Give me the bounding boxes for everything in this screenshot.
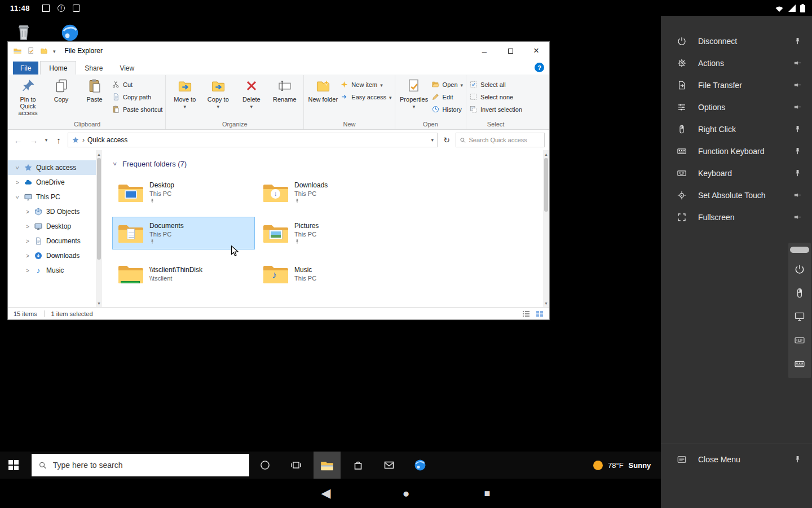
- rename-button[interactable]: Rename: [268, 75, 301, 113]
- tab-home[interactable]: Home: [40, 61, 76, 75]
- folder-tile-pictures[interactable]: Pictures This PC: [257, 217, 400, 249]
- folder-tile-downloads[interactable]: ↓ Downloads This PC: [257, 176, 400, 209]
- menu-item-close-menu[interactable]: Close Menu: [661, 448, 812, 470]
- cortana-button[interactable]: [251, 452, 279, 479]
- invert-selection-button[interactable]: Invert selection: [469, 104, 522, 114]
- details-view-button[interactable]: [521, 309, 531, 318]
- right-click-shortcut-button[interactable]: [788, 281, 811, 305]
- menu-item-keyboard[interactable]: Keyboard: [661, 162, 812, 184]
- maximize-button[interactable]: [497, 42, 523, 60]
- menu-item-file-transfer[interactable]: File Transfer: [661, 74, 812, 96]
- open-button[interactable]: Open: [431, 80, 463, 89]
- taskbar-search-input[interactable]: [53, 461, 242, 470]
- history-button[interactable]: History: [431, 104, 463, 114]
- nav-item-music[interactable]: ♪ Music: [8, 263, 96, 278]
- pin-to-quick-access-button[interactable]: Pin to Quick access: [12, 75, 44, 116]
- menu-item-fullscreen[interactable]: Fullscreen: [661, 206, 812, 228]
- title-bar[interactable]: File Explorer: [8, 42, 549, 60]
- scroll-down-icon[interactable]: [543, 299, 549, 307]
- keyboard-shortcut-button[interactable]: [788, 329, 811, 352]
- nav-item-downloads[interactable]: Downloads: [8, 248, 96, 263]
- scrollbar-thumb[interactable]: [544, 158, 548, 212]
- toolbar-scroll-handle[interactable]: [790, 247, 809, 253]
- menu-item-actions[interactable]: Actions: [661, 52, 812, 74]
- easy-access-button[interactable]: Easy access: [340, 92, 391, 102]
- search-input[interactable]: [469, 137, 541, 143]
- task-view-button[interactable]: [283, 452, 310, 479]
- chevron-down-icon[interactable]: [15, 194, 20, 200]
- customize-qat-chevron-icon[interactable]: [53, 47, 56, 55]
- menu-item-disconnect[interactable]: Disconnect: [661, 30, 812, 52]
- monitor-shortcut-button[interactable]: [788, 305, 811, 329]
- minimize-button[interactable]: [471, 42, 497, 60]
- chevron-right-icon[interactable]: [15, 179, 20, 186]
- copy-to-button[interactable]: Copy to: [202, 75, 234, 113]
- android-home-button[interactable]: ●: [403, 487, 410, 500]
- microsoft-store-button[interactable]: [345, 452, 372, 479]
- nav-item-this-pc[interactable]: This PC: [8, 190, 96, 204]
- paste-button[interactable]: Paste: [78, 75, 111, 113]
- desktop-icon-remote-app[interactable]: [59, 23, 81, 43]
- scrollbar-thumb[interactable]: [97, 158, 101, 260]
- android-recents-button[interactable]: ■: [484, 488, 491, 500]
- forward-button[interactable]: →: [27, 133, 41, 147]
- back-button[interactable]: ←: [11, 133, 25, 147]
- start-button[interactable]: [0, 452, 27, 479]
- tab-share[interactable]: Share: [76, 62, 111, 75]
- pin-icon[interactable]: [793, 37, 802, 45]
- address-box[interactable]: Quick access: [68, 133, 438, 147]
- help-button[interactable]: ?: [535, 63, 544, 72]
- new-folder-qat-icon[interactable]: [40, 47, 48, 55]
- folder-tile-desktop[interactable]: Desktop This PC: [112, 176, 255, 209]
- cut-button[interactable]: Cut: [112, 80, 162, 89]
- remote-client-taskbar-button[interactable]: [407, 452, 434, 479]
- select-none-button[interactable]: Select none: [469, 92, 522, 102]
- select-all-button[interactable]: Select all: [469, 80, 522, 89]
- new-item-button[interactable]: New item: [340, 80, 391, 89]
- pin-icon[interactable]: [793, 169, 802, 177]
- unpin-icon[interactable]: [793, 81, 802, 89]
- menu-item-function-keyboard[interactable]: Function Keyboard: [661, 140, 812, 162]
- pin-icon[interactable]: [793, 147, 802, 155]
- chevron-right-icon[interactable]: [25, 209, 30, 215]
- weather-widget[interactable]: 78°F Sunny: [593, 452, 651, 479]
- nav-item-3d-objects[interactable]: 3D Objects: [8, 204, 96, 219]
- scroll-up-icon[interactable]: [96, 150, 102, 158]
- scroll-up-icon[interactable]: [543, 150, 549, 158]
- unpin-icon[interactable]: [793, 213, 802, 221]
- nav-item-documents[interactable]: Documents: [8, 234, 96, 248]
- android-back-button[interactable]: ◀: [321, 486, 331, 501]
- chevron-right-icon[interactable]: [25, 238, 30, 244]
- folder-tile-tsclient-thindisk[interactable]: \\tsclient\ThinDisk \\tsclient: [112, 257, 255, 290]
- file-explorer-taskbar-button[interactable]: [314, 452, 341, 479]
- unpin-icon[interactable]: [793, 103, 802, 111]
- unpin-icon[interactable]: [793, 59, 802, 67]
- properties-button[interactable]: Properties: [398, 75, 430, 113]
- large-icons-view-button[interactable]: [535, 309, 545, 318]
- address-dropdown-chevron-icon[interactable]: [431, 137, 434, 143]
- close-button[interactable]: [523, 42, 549, 60]
- chevron-down-icon[interactable]: [112, 161, 118, 167]
- menu-item-options[interactable]: Options: [661, 96, 812, 118]
- paste-shortcut-button[interactable]: Paste shortcut: [112, 104, 162, 114]
- copy-button[interactable]: Copy: [45, 75, 77, 113]
- menu-item-set-absolute-touch[interactable]: Set Absolute Touch: [661, 184, 812, 206]
- mail-button[interactable]: [376, 452, 403, 479]
- nav-item-desktop[interactable]: Desktop: [8, 219, 96, 234]
- move-to-button[interactable]: Move to: [169, 75, 201, 113]
- nav-item-onedrive[interactable]: OneDrive: [8, 175, 96, 190]
- function-keyboard-shortcut-button[interactable]: [788, 352, 811, 376]
- refresh-button[interactable]: [440, 133, 453, 147]
- menu-item-right-click[interactable]: Right Click: [661, 118, 812, 140]
- nav-item-quick-access[interactable]: Quick access: [8, 160, 96, 175]
- chevron-right-icon[interactable]: [25, 268, 30, 274]
- pin-icon[interactable]: [793, 125, 802, 133]
- new-folder-button[interactable]: New folder: [307, 75, 339, 113]
- chevron-down-icon[interactable]: [15, 165, 20, 171]
- scroll-down-icon[interactable]: [96, 299, 102, 307]
- tab-view[interactable]: View: [111, 62, 143, 75]
- folder-tile-music[interactable]: ♪ Music This PC: [257, 257, 400, 290]
- up-button[interactable]: ↑: [52, 133, 65, 147]
- breadcrumb[interactable]: Quick access: [87, 136, 127, 144]
- folder-content-area[interactable]: Frequent folders (7) Desktop This PC: [102, 150, 543, 307]
